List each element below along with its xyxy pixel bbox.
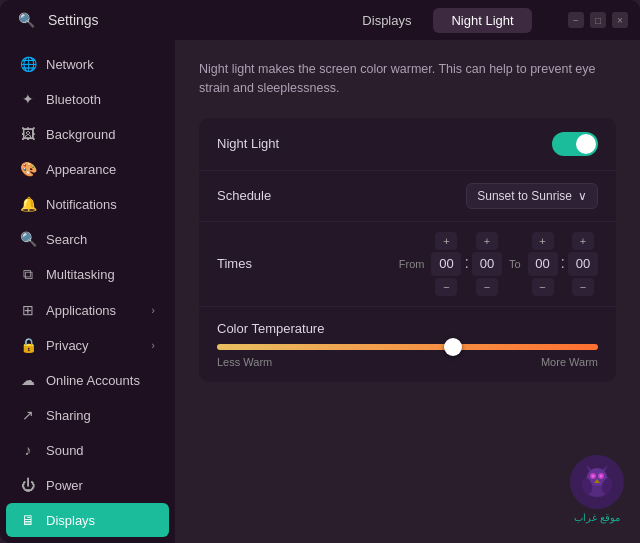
svg-point-5 <box>592 475 595 478</box>
to-min-value: 00 <box>568 252 598 276</box>
sidebar-label-multitasking: Multitasking <box>46 267 115 282</box>
time-colon-2: : <box>561 254 565 274</box>
sidebar-label-sharing: Sharing <box>46 408 91 423</box>
from-hour-group: + 00 − <box>431 232 461 296</box>
from-min-down[interactable]: − <box>476 278 498 296</box>
sidebar-item-mouse-touchpad[interactable]: 🖱 Mouse & Touchpad <box>6 538 169 543</box>
night-light-toggle[interactable] <box>552 132 598 156</box>
sidebar-item-appearance[interactable]: 🎨 Appearance <box>6 152 169 186</box>
maximize-button[interactable]: □ <box>590 12 606 28</box>
displays-icon: 🖥 <box>20 512 36 528</box>
sharing-icon: ↗ <box>20 407 36 423</box>
sidebar-label-privacy: Privacy <box>46 338 89 353</box>
more-warm-label: More Warm <box>541 356 598 368</box>
to-hour-down[interactable]: − <box>532 278 554 296</box>
color-temp-label: Color Temperature <box>217 321 598 336</box>
titlebar: 🔍 Settings Displays Night Light − □ × <box>0 0 640 40</box>
sidebar-label-sound: Sound <box>46 443 84 458</box>
watermark-text: موقع غراب <box>574 512 620 523</box>
applications-chevron: › <box>151 304 155 316</box>
from-hour-down[interactable]: − <box>435 278 457 296</box>
sound-icon: ♪ <box>20 442 36 458</box>
sidebar-label-notifications: Notifications <box>46 197 117 212</box>
privacy-chevron: › <box>151 339 155 351</box>
sidebar-label-appearance: Appearance <box>46 162 116 177</box>
privacy-icon: 🔒 <box>20 337 36 353</box>
sidebar-label-bluetooth: Bluetooth <box>46 92 101 107</box>
color-temp-slider-thumb[interactable] <box>444 338 462 356</box>
network-icon: 🌐 <box>20 56 36 72</box>
sidebar-label-power: Power <box>46 478 83 493</box>
sidebar-item-sharing[interactable]: ↗ Sharing <box>6 398 169 432</box>
sidebar-item-network[interactable]: 🌐 Network <box>6 47 169 81</box>
window-title: Settings <box>48 12 308 28</box>
schedule-chevron-icon: ∨ <box>578 189 587 203</box>
sidebar: 🌐 Network ✦ Bluetooth 🖼 Background 🎨 App… <box>0 40 175 543</box>
sidebar-item-power[interactable]: ⏻ Power <box>6 468 169 502</box>
to-min-down[interactable]: − <box>572 278 594 296</box>
watermark-logo <box>570 455 624 509</box>
sidebar-item-applications[interactable]: ⊞ Applications › <box>6 293 169 327</box>
schedule-value: Sunset to Sunrise <box>477 189 572 203</box>
sidebar-label-background: Background <box>46 127 115 142</box>
sidebar-item-privacy[interactable]: 🔒 Privacy › <box>6 328 169 362</box>
sidebar-label-search: Search <box>46 232 87 247</box>
from-min-up[interactable]: + <box>476 232 498 250</box>
content-description: Night light makes the screen color warme… <box>199 60 616 98</box>
notifications-icon: 🔔 <box>20 196 36 212</box>
schedule-label: Schedule <box>217 188 466 203</box>
search-icon: 🔍 <box>20 231 36 247</box>
sidebar-item-sound[interactable]: ♪ Sound <box>6 433 169 467</box>
schedule-row: Schedule Sunset to Sunrise ∨ <box>199 171 616 222</box>
settings-window: 🔍 Settings Displays Night Light − □ × 🌐 … <box>0 0 640 543</box>
color-temp-slider-container <box>217 344 598 350</box>
sidebar-item-displays[interactable]: 🖥 Displays <box>6 503 169 537</box>
sidebar-label-displays: Displays <box>46 513 95 528</box>
sidebar-item-notifications[interactable]: 🔔 Notifications <box>6 187 169 221</box>
sidebar-item-online-accounts[interactable]: ☁ Online Accounts <box>6 363 169 397</box>
to-label: To <box>509 258 521 270</box>
sidebar-label-applications: Applications <box>46 303 116 318</box>
to-hour-up[interactable]: + <box>532 232 554 250</box>
sidebar-item-background[interactable]: 🖼 Background <box>6 117 169 151</box>
to-hour-group: + 00 − <box>528 232 558 296</box>
applications-icon: ⊞ <box>20 302 36 318</box>
to-hour-value: 00 <box>528 252 558 276</box>
appearance-icon: 🎨 <box>20 161 36 177</box>
tab-displays[interactable]: Displays <box>344 8 429 33</box>
times-label: Times <box>217 256 395 271</box>
to-min-up[interactable]: + <box>572 232 594 250</box>
power-icon: ⏻ <box>20 477 36 493</box>
schedule-dropdown[interactable]: Sunset to Sunrise ∨ <box>466 183 598 209</box>
times-row: Times From + 00 − : <box>199 222 616 307</box>
from-min-value: 00 <box>472 252 502 276</box>
slider-labels: Less Warm More Warm <box>217 356 598 368</box>
time-colon-1: : <box>464 254 468 274</box>
color-temp-row: Color Temperature Less Warm More Warm <box>199 307 616 382</box>
multitasking-icon: ⧉ <box>20 266 36 283</box>
sidebar-item-search[interactable]: 🔍 Search <box>6 222 169 256</box>
toggle-knob <box>576 134 596 154</box>
from-label: From <box>399 258 425 270</box>
tab-night-light[interactable]: Night Light <box>433 8 531 33</box>
from-hour-value: 00 <box>431 252 461 276</box>
sidebar-label-network: Network <box>46 57 94 72</box>
night-light-row: Night Light <box>199 118 616 171</box>
background-icon: 🖼 <box>20 126 36 142</box>
color-temp-slider-track[interactable] <box>217 344 598 350</box>
sidebar-item-multitasking[interactable]: ⧉ Multitasking <box>6 257 169 292</box>
night-light-label: Night Light <box>217 136 552 151</box>
less-warm-label: Less Warm <box>217 356 272 368</box>
from-min-group: + 00 − <box>472 232 502 296</box>
minimize-button[interactable]: − <box>568 12 584 28</box>
main-content: 🌐 Network ✦ Bluetooth 🖼 Background 🎨 App… <box>0 40 640 543</box>
tabs-area: Displays Night Light <box>308 8 568 33</box>
bluetooth-icon: ✦ <box>20 91 36 107</box>
times-controls: From + 00 − : + 00 <box>395 232 598 296</box>
content-area: Night light makes the screen color warme… <box>175 40 640 543</box>
close-button[interactable]: × <box>612 12 628 28</box>
to-min-group: + 00 − <box>568 232 598 296</box>
sidebar-item-bluetooth[interactable]: ✦ Bluetooth <box>6 82 169 116</box>
titlebar-search-icon[interactable]: 🔍 <box>12 6 40 34</box>
from-hour-up[interactable]: + <box>435 232 457 250</box>
